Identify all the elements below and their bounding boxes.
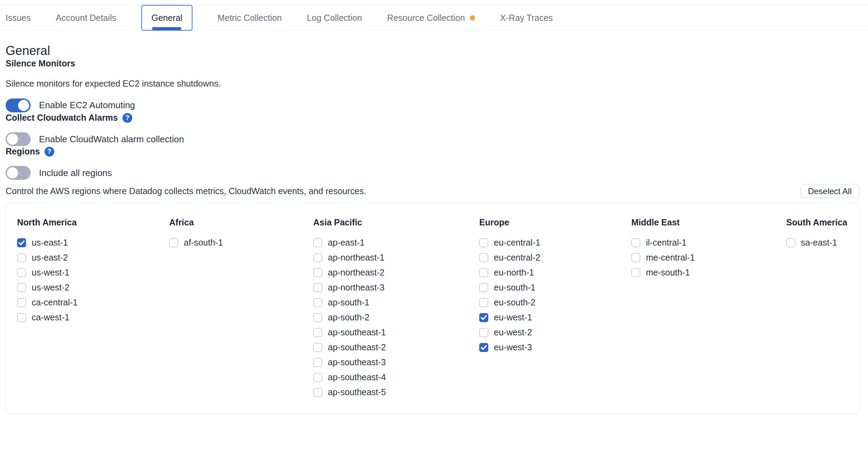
region-checkbox-ap-southeast-4[interactable]: ap-southeast-4 <box>313 370 479 385</box>
cloudwatch-alarm-toggle[interactable] <box>6 132 31 146</box>
checkbox-unchecked-icon <box>479 268 488 277</box>
region-label: ap-southeast-4 <box>328 372 386 382</box>
regions-panel: North Americaus-east-1us-east-2us-west-1… <box>6 203 860 414</box>
tab-log-collection[interactable]: Log Collection <box>307 5 362 30</box>
region-checkbox-af-south-1[interactable]: af-south-1 <box>169 235 313 250</box>
checkbox-unchecked-icon <box>17 268 26 277</box>
region-label: us-east-2 <box>32 253 68 263</box>
region-checkbox-ap-south-1[interactable]: ap-south-1 <box>313 295 479 310</box>
checkbox-unchecked-icon <box>313 283 322 292</box>
region-checkbox-ca-central-1[interactable]: ca-central-1 <box>17 295 169 310</box>
checkbox-checked-icon <box>479 313 488 322</box>
general-tab-content: General Silence Monitors Silence monitor… <box>0 43 868 414</box>
deselect-all-button[interactable]: Deselect All <box>800 184 860 198</box>
region-checkbox-eu-south-2[interactable]: eu-south-2 <box>479 295 631 310</box>
tab-label: General <box>151 13 182 23</box>
region-checkbox-me-south-1[interactable]: me-south-1 <box>631 265 786 280</box>
region-checkbox-sa-east-1[interactable]: sa-east-1 <box>786 235 851 250</box>
region-checkbox-eu-west-3[interactable]: eu-west-3 <box>479 340 631 355</box>
region-checkbox-us-east-2[interactable]: us-east-2 <box>17 250 169 265</box>
region-checkbox-us-west-1[interactable]: us-west-1 <box>17 265 169 280</box>
ec2-automuting-toggle[interactable] <box>6 98 31 112</box>
cloudwatch-alarms-heading-text: Collect Cloudwatch Alarms <box>6 112 118 123</box>
region-label: ap-northeast-3 <box>328 282 385 293</box>
cloudwatch-alarms-heading: Collect Cloudwatch Alarms ? <box>6 112 860 123</box>
region-label: eu-central-1 <box>494 238 540 248</box>
regions-heading-text: Regions <box>6 146 40 157</box>
region-checkbox-eu-west-2[interactable]: eu-west-2 <box>479 325 631 340</box>
region-checkbox-eu-south-1[interactable]: eu-south-1 <box>479 280 631 295</box>
checkbox-unchecked-icon <box>479 283 488 292</box>
checkbox-unchecked-icon <box>313 313 322 322</box>
help-icon[interactable]: ? <box>123 113 132 123</box>
region-checkbox-ap-southeast-3[interactable]: ap-southeast-3 <box>313 355 479 370</box>
checkbox-unchecked-icon <box>313 343 322 352</box>
checkbox-checked-icon <box>479 343 488 352</box>
region-group-europe: Europeeu-central-1eu-central-2eu-north-1… <box>479 217 631 400</box>
tab-general[interactable]: General <box>141 5 192 31</box>
region-label: ca-west-1 <box>32 312 69 322</box>
region-checkbox-us-west-2[interactable]: us-west-2 <box>17 280 169 295</box>
tab-account-details[interactable]: Account Details <box>56 5 116 30</box>
region-checkbox-ap-south-2[interactable]: ap-south-2 <box>313 310 479 325</box>
checkbox-unchecked-icon <box>17 253 26 262</box>
region-checkbox-ap-southeast-1[interactable]: ap-southeast-1 <box>313 325 479 340</box>
region-checkbox-us-east-1[interactable]: us-east-1 <box>17 235 169 250</box>
region-label: ap-south-2 <box>328 312 370 322</box>
region-label: ca-central-1 <box>32 297 78 308</box>
region-label: ap-northeast-1 <box>328 253 385 263</box>
region-label: eu-west-3 <box>494 342 532 352</box>
ec2-automuting-toggle-row: Enable EC2 Automuting <box>6 98 860 112</box>
region-checkbox-ap-northeast-3[interactable]: ap-northeast-3 <box>313 280 479 295</box>
tab-label: Account Details <box>56 13 116 23</box>
tab-metric-collection[interactable]: Metric Collection <box>218 5 282 30</box>
region-checkbox-ap-northeast-2[interactable]: ap-northeast-2 <box>313 265 479 280</box>
checkbox-unchecked-icon <box>313 298 322 307</box>
region-group-africa: Africaaf-south-1 <box>169 217 313 400</box>
checkbox-unchecked-icon <box>313 388 322 397</box>
include-all-regions-toggle[interactable] <box>6 166 31 180</box>
checkbox-unchecked-icon <box>313 238 322 247</box>
checkbox-unchecked-icon <box>313 358 322 367</box>
regions-section: Regions ? Include all regions Control th… <box>6 146 860 414</box>
region-label: af-south-1 <box>184 238 223 248</box>
region-label: ap-southeast-5 <box>328 387 386 397</box>
region-label: ap-southeast-2 <box>328 342 386 352</box>
region-checkbox-ap-southeast-2[interactable]: ap-southeast-2 <box>313 340 479 355</box>
silence-monitors-heading: Silence Monitors <box>6 58 860 69</box>
checkbox-unchecked-icon <box>479 253 488 262</box>
cloudwatch-alarms-section: Collect Cloudwatch Alarms ? Enable Cloud… <box>6 112 860 146</box>
include-all-regions-toggle-row: Include all regions <box>6 166 860 180</box>
page-title: General <box>6 43 860 58</box>
region-checkbox-ca-west-1[interactable]: ca-west-1 <box>17 310 169 325</box>
tab-label: Metric Collection <box>218 13 282 23</box>
region-group-title: South America <box>786 217 851 228</box>
checkmark-icon <box>481 345 487 350</box>
region-group-title: Europe <box>479 217 631 228</box>
checkbox-unchecked-icon <box>17 283 26 292</box>
checkbox-checked-icon <box>17 238 26 247</box>
region-label: ap-northeast-2 <box>328 268 385 278</box>
include-all-regions-toggle-label: Include all regions <box>39 168 112 178</box>
checkbox-unchecked-icon <box>631 253 640 262</box>
regions-heading: Regions ? <box>6 146 860 157</box>
region-checkbox-me-central-1[interactable]: me-central-1 <box>631 250 786 265</box>
region-checkbox-ap-east-1[interactable]: ap-east-1 <box>313 235 479 250</box>
region-checkbox-ap-southeast-5[interactable]: ap-southeast-5 <box>313 385 479 400</box>
region-label: us-east-1 <box>32 238 68 248</box>
region-label: ap-east-1 <box>328 238 365 248</box>
region-checkbox-eu-central-2[interactable]: eu-central-2 <box>479 250 631 265</box>
region-checkbox-il-central-1[interactable]: il-central-1 <box>631 235 786 250</box>
region-checkbox-eu-west-1[interactable]: eu-west-1 <box>479 310 631 325</box>
checkmark-icon <box>18 240 25 245</box>
region-checkbox-eu-north-1[interactable]: eu-north-1 <box>479 265 631 280</box>
tab-resource-collection[interactable]: Resource Collection <box>387 5 475 30</box>
tab-issues[interactable]: Issues <box>6 5 31 30</box>
help-icon[interactable]: ? <box>45 147 54 157</box>
tab-x-ray-traces[interactable]: X-Ray Traces <box>500 5 553 30</box>
checkbox-unchecked-icon <box>313 373 322 382</box>
region-label: eu-west-2 <box>494 327 532 337</box>
silence-monitors-section: Silence Monitors Silence monitors for ex… <box>6 58 860 112</box>
region-checkbox-eu-central-1[interactable]: eu-central-1 <box>479 235 631 250</box>
region-checkbox-ap-northeast-1[interactable]: ap-northeast-1 <box>313 250 479 265</box>
